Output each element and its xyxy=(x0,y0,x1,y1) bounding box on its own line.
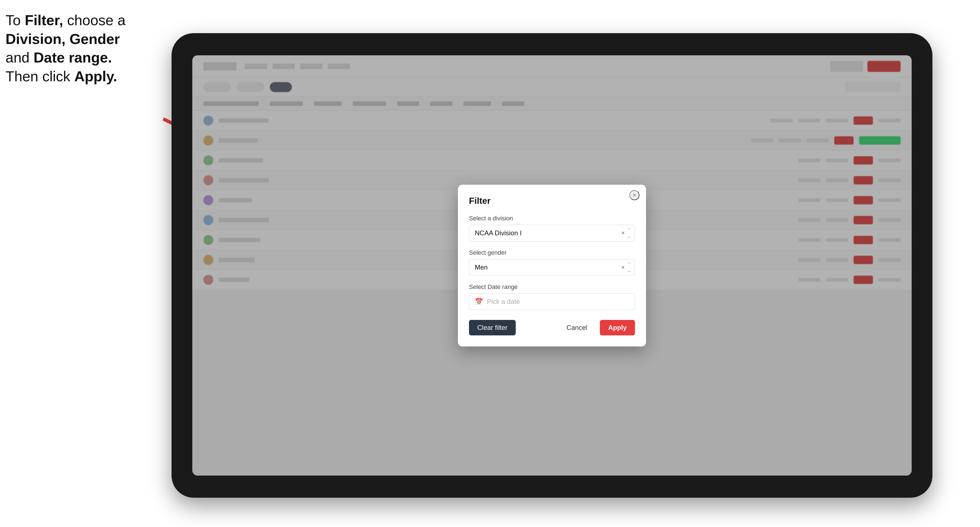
division-clear-icon[interactable]: × xyxy=(621,230,625,237)
division-label: Select a division xyxy=(469,215,635,222)
instruction-line1: To Filter, choose a xyxy=(6,12,126,28)
gender-label: Select gender xyxy=(469,249,635,256)
modal-footer: Clear filter Cancel Apply xyxy=(469,320,635,335)
date-label: Select Date range xyxy=(469,283,635,290)
gender-select-wrapper[interactable]: Men × ⌃⌄ xyxy=(469,259,635,276)
modal-title: Filter xyxy=(469,196,635,206)
modal-footer-right: Cancel Apply xyxy=(558,320,635,335)
gender-select[interactable]: Men xyxy=(469,259,635,276)
modal-close-button[interactable]: × xyxy=(630,190,640,200)
instruction-text: To Filter, choose a Division, Gender and… xyxy=(6,11,166,86)
instruction-line3: and Date range. xyxy=(6,49,112,65)
cancel-button[interactable]: Cancel xyxy=(558,320,596,335)
division-select[interactable]: NCAA Division I xyxy=(469,225,635,241)
filter-modal: × Filter Select a division NCAA Division… xyxy=(458,185,646,346)
gender-clear-icon[interactable]: × xyxy=(621,264,625,271)
date-picker-field[interactable]: 📅 Pick a date xyxy=(469,294,635,310)
instruction-line2: Division, Gender xyxy=(6,31,120,47)
instruction-line4: Then click Apply. xyxy=(6,68,117,84)
tablet-screen: × Filter Select a division NCAA Division… xyxy=(192,55,912,476)
gender-form-group: Select gender Men × ⌃⌄ xyxy=(469,249,635,276)
division-select-wrapper[interactable]: NCAA Division I × ⌃⌄ xyxy=(469,225,635,241)
clear-filter-button[interactable]: Clear filter xyxy=(469,320,516,335)
date-form-group: Select Date range 📅 Pick a date xyxy=(469,283,635,310)
calendar-icon: 📅 xyxy=(475,298,483,306)
division-form-group: Select a division NCAA Division I × ⌃⌄ xyxy=(469,215,635,241)
apply-button[interactable]: Apply xyxy=(600,320,635,335)
tablet-frame: × Filter Select a division NCAA Division… xyxy=(172,33,932,498)
modal-overlay: × Filter Select a division NCAA Division… xyxy=(192,55,912,476)
date-placeholder-text: Pick a date xyxy=(487,298,520,306)
